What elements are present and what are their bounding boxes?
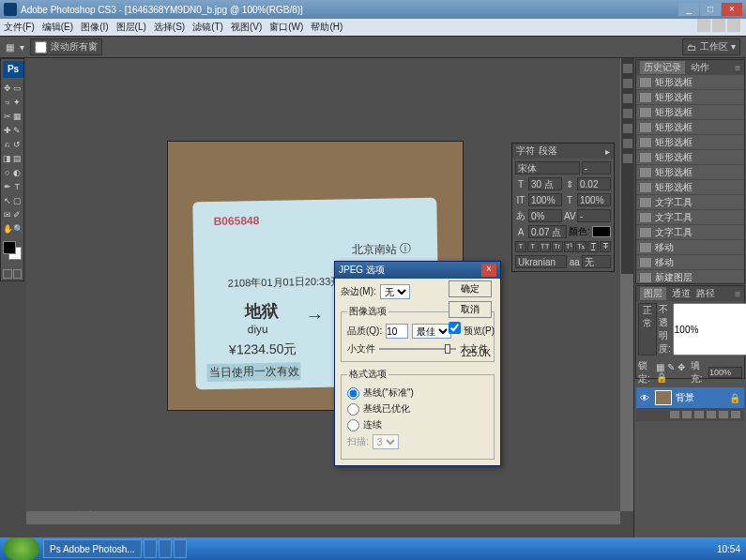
doc-close-button[interactable]	[727, 19, 740, 32]
menu-filter[interactable]: 滤镜(T)	[192, 21, 223, 34]
dock-icon[interactable]	[623, 139, 632, 148]
dock-icon[interactable]	[623, 124, 632, 133]
pen-tool[interactable]: ✒	[3, 180, 12, 193]
font-family-field[interactable]: 宋体	[515, 161, 580, 174]
workspace-switcher[interactable]: 🗀工作区 ▾	[682, 38, 740, 55]
tab-layers[interactable]: 图层	[640, 287, 666, 300]
matte-select[interactable]: 无	[380, 284, 410, 299]
history-item[interactable]: 移动	[636, 240, 744, 255]
quality-input[interactable]	[386, 324, 408, 339]
track-field[interactable]: -	[577, 209, 611, 222]
underline-button[interactable]: T̲	[587, 241, 599, 252]
doc-min-button[interactable]	[697, 19, 710, 32]
taskbar-item[interactable]	[174, 539, 187, 558]
menu-select[interactable]: 选择(S)	[154, 21, 185, 34]
history-item[interactable]: 矩形选框	[636, 105, 744, 120]
layer-thumb[interactable]	[655, 390, 672, 405]
tab-character[interactable]: 字符	[516, 144, 535, 158]
color-swatch[interactable]	[3, 241, 22, 265]
history-item[interactable]: 文字工具	[636, 195, 744, 210]
hand-tool[interactable]: ✋	[3, 222, 12, 235]
zoom-tool[interactable]: 🔍	[13, 222, 23, 235]
lock-icons[interactable]: ▦ ✎ ✥ 🔒	[656, 362, 688, 383]
menu-file[interactable]: 文件(F)	[4, 21, 35, 34]
trash-button[interactable]	[731, 411, 740, 418]
history-item[interactable]: 矩形选框	[636, 135, 744, 150]
font-style-field[interactable]: -	[582, 161, 611, 174]
tab-paragraph[interactable]: 段落	[539, 144, 557, 158]
minimize-button[interactable]: _	[678, 3, 699, 16]
lasso-tool[interactable]: ⟉	[3, 96, 12, 109]
mask-button[interactable]	[682, 411, 692, 418]
baseline-standard-radio[interactable]	[347, 387, 359, 400]
ok-button[interactable]: 确定	[449, 280, 492, 297]
caps-button[interactable]: TT	[540, 241, 551, 252]
character-panel[interactable]: 字符段落▸ 宋体- T30 点⇕0.02 点 IT100%T100% あ0%AV…	[511, 143, 615, 272]
tab-history[interactable]: 历史记录	[640, 61, 685, 74]
shape-tool[interactable]: ▢	[13, 194, 23, 207]
vscale-field[interactable]: 100%	[528, 193, 562, 206]
tab-actions[interactable]: 动作	[691, 61, 709, 74]
option-scroll-all[interactable]: 滚动所有窗	[30, 38, 102, 55]
blur-tool[interactable]: ○	[3, 166, 12, 179]
italic-button[interactable]: T	[527, 241, 539, 252]
history-item[interactable]: 矩形选框	[636, 180, 744, 195]
history-item[interactable]: 移动	[636, 255, 744, 270]
kern-field[interactable]: 0%	[528, 209, 562, 222]
system-tray[interactable]: 10:54	[711, 544, 746, 554]
panel-menu-icon[interactable]: ≡	[735, 289, 740, 299]
menu-edit[interactable]: 编辑(E)	[42, 21, 73, 34]
history-item[interactable]: 文字工具	[636, 225, 744, 240]
history-item[interactable]: 矩形选框	[636, 120, 744, 135]
smallcap-button[interactable]: Tr	[552, 241, 563, 252]
path-tool[interactable]: ↖	[3, 194, 12, 207]
strike-button[interactable]: T̶	[600, 241, 611, 252]
history-item[interactable]: 矩形选框	[636, 90, 744, 105]
jpeg-options-dialog[interactable]: JPEG 选项× 确定 取消 预览(P) 杂边(M):无 图像选项 品质(Q):…	[334, 261, 501, 466]
tool-dropdown-icon[interactable]: ▾	[20, 42, 24, 53]
start-button[interactable]	[4, 537, 39, 560]
notes-tool[interactable]: ✉	[3, 208, 12, 221]
quick-mask[interactable]	[3, 269, 22, 279]
cancel-button[interactable]: 取消	[449, 301, 492, 318]
canvas-area[interactable]: B065848 北京南站 ⓘ 2108年01月01日20:33开 D431次 地…	[26, 58, 620, 524]
close-button[interactable]: ×	[722, 3, 742, 16]
dock-icon[interactable]	[623, 64, 632, 73]
tool-preset-icon[interactable]: ▦	[6, 42, 14, 53]
slice-tool[interactable]: ▦	[13, 110, 23, 123]
bold-button[interactable]: T	[515, 241, 526, 252]
new-layer-button[interactable]	[719, 411, 728, 418]
progressive-radio[interactable]	[347, 419, 359, 431]
eyedropper-tool[interactable]: ✐	[13, 208, 23, 221]
menu-layer[interactable]: 图层(L)	[116, 21, 146, 34]
baseline-shift-field[interactable]: 0.07 点	[528, 225, 567, 238]
taskbar-item[interactable]	[144, 539, 157, 558]
history-brush-tool[interactable]: ↺	[13, 138, 23, 151]
baseline-optimized-radio[interactable]	[347, 403, 359, 416]
lang-field[interactable]: Ukranian	[515, 255, 567, 268]
layer-item[interactable]: 👁背景🔒	[636, 387, 744, 408]
taskbar-item[interactable]: Ps Adobe Photosh...	[43, 539, 142, 558]
stamp-tool[interactable]: ⎌	[3, 138, 12, 151]
leading-field[interactable]: 0.02 点	[577, 177, 611, 190]
antialias-field[interactable]: 无	[582, 255, 611, 268]
marquee-tool[interactable]: ▭	[13, 82, 23, 95]
sub-button[interactable]: T₁	[575, 241, 586, 252]
panel-menu-icon[interactable]: ▸	[605, 146, 610, 157]
preview-checkbox[interactable]: 预览(P)	[449, 322, 495, 338]
blend-mode-select[interactable]: 正常	[638, 303, 657, 356]
history-item[interactable]: 新建图层	[636, 270, 744, 284]
quality-slider[interactable]	[379, 348, 456, 350]
group-button[interactable]	[707, 411, 716, 418]
hscale-field[interactable]: 100%	[577, 193, 611, 206]
go-bridge-icon[interactable]: 🗀	[687, 42, 696, 53]
wand-tool[interactable]: ✦	[13, 96, 23, 109]
text-color-swatch[interactable]	[592, 226, 611, 237]
taskbar-item[interactable]	[159, 539, 172, 558]
fill-input[interactable]	[708, 367, 742, 378]
gradient-tool[interactable]: ▤	[13, 152, 23, 165]
menu-help[interactable]: 帮助(H)	[311, 21, 343, 34]
dock-icon[interactable]	[623, 94, 632, 103]
menu-view[interactable]: 视图(V)	[231, 21, 262, 34]
heal-tool[interactable]: ✚	[3, 124, 12, 137]
